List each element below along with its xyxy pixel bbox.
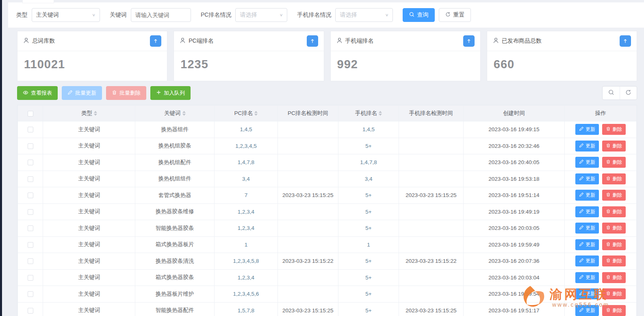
update-button[interactable]: 更新 (575, 141, 599, 152)
pc-rank-cell: 1,5,7,8 (215, 302, 278, 316)
delete-button[interactable]: 删除 (602, 305, 626, 316)
stat-card-title: 总词库数 (32, 37, 55, 45)
edit-icon (579, 159, 584, 165)
mobile-rank-cell: 1,4,5 (338, 121, 399, 138)
delete-button[interactable]: 删除 (602, 206, 626, 217)
update-button[interactable]: 更新 (575, 206, 599, 217)
update-button[interactable]: 更新 (575, 157, 599, 168)
keyword-cell: 换热器板片维护 (135, 286, 215, 303)
pc-rank-time-cell (278, 121, 338, 138)
batch-delete-button[interactable]: 批量删除 (106, 86, 146, 100)
stat-card-title: 已发布商品总数 (502, 37, 542, 45)
pc-rank-select-placeholder: 请选择 (240, 11, 257, 19)
delete-button[interactable]: 删除 (602, 223, 626, 234)
type-label: 类型 (16, 11, 28, 19)
type-cell: 主关键词 (43, 203, 135, 220)
delete-button[interactable]: 删除 (602, 272, 626, 283)
keyword-cell: 箱式换热器板片 (135, 236, 215, 253)
row-checkbox[interactable] (28, 176, 33, 182)
search-icon (409, 12, 414, 18)
row-checkbox[interactable] (28, 242, 33, 248)
delete-button[interactable]: 删除 (602, 190, 626, 201)
arrow-up-button[interactable] (307, 35, 318, 47)
table-row: 主关键词套管式换热器72023-03-23 15:15:255+2023-03-… (18, 187, 637, 204)
delete-button[interactable]: 删除 (602, 288, 626, 299)
keyword-input[interactable] (131, 8, 191, 22)
arrow-up-button[interactable] (150, 35, 161, 47)
col-keyword[interactable]: 关键词 (135, 106, 215, 121)
delete-button[interactable]: 删除 (602, 141, 626, 152)
select-all-checkbox[interactable] (28, 111, 33, 117)
stat-cards-row: 总词库数 110021 PC端排名 1235 手机端排名 992 (17, 31, 637, 81)
row-checkbox[interactable] (28, 258, 33, 264)
delete-button[interactable]: 删除 (602, 173, 626, 184)
reset-button[interactable]: 重置 (439, 8, 471, 22)
chevron-down-icon: ∨ (280, 13, 283, 17)
table-search-button[interactable] (603, 87, 620, 100)
actions-cell: 更新删除 (565, 203, 637, 220)
col-mobile-rank[interactable]: 手机排名 (338, 106, 399, 121)
update-button[interactable]: 更新 (575, 124, 599, 135)
row-checkbox[interactable] (28, 193, 33, 198)
col-type[interactable]: 类型 (43, 106, 135, 121)
table-tools (602, 86, 637, 100)
row-checkbox[interactable] (28, 275, 33, 281)
row-checkbox[interactable] (28, 127, 33, 132)
view-report-button[interactable]: 查看报表 (17, 86, 58, 100)
type-cell: 主关键词 (43, 171, 135, 187)
type-cell: 主关键词 (43, 220, 135, 237)
edit-icon (579, 143, 584, 149)
delete-button[interactable]: 删除 (602, 157, 626, 168)
col-pc-rank[interactable]: PC排名 (215, 106, 278, 121)
row-checkbox[interactable] (28, 225, 33, 231)
update-button[interactable]: 更新 (575, 255, 599, 266)
add-queue-button[interactable]: 加入队列 (150, 86, 191, 100)
keyword-cell: 换热器胶条维修 (135, 203, 215, 220)
sort-caret-icon[interactable] (254, 111, 258, 116)
trash-icon (606, 126, 611, 132)
batch-update-button[interactable]: 批量更新 (62, 86, 102, 100)
col-pc-rank-time: PC排名检测时间 (278, 106, 338, 121)
actions-cell: 更新删除 (565, 236, 637, 253)
mobile-rank-cell: 5+ (338, 220, 399, 237)
mobile-rank-time-cell: 2023-03-23 15:15:25 (399, 302, 463, 316)
row-checkbox[interactable] (28, 160, 33, 165)
stat-card-title: 手机端排名 (345, 37, 374, 45)
update-button[interactable]: 更新 (575, 288, 599, 299)
update-button[interactable]: 更新 (575, 190, 599, 201)
trash-icon (606, 159, 611, 165)
delete-button[interactable]: 删除 (602, 124, 626, 135)
row-checkbox[interactable] (28, 143, 33, 149)
table-row: 主关键词换热器胶条清洗1,2,3,4,5,82023-03-23 15:15:2… (18, 253, 637, 270)
mobile-rank-time-cell (399, 269, 463, 286)
row-checkbox[interactable] (28, 291, 33, 297)
user-icon (336, 37, 343, 45)
delete-button[interactable]: 删除 (602, 255, 626, 266)
type-select[interactable]: 主关键词 ∨ (32, 8, 100, 22)
mobile-rank-select[interactable]: 请选择 ∨ (335, 8, 393, 22)
sort-caret-icon[interactable] (94, 111, 97, 116)
sort-caret-icon[interactable] (379, 111, 382, 116)
update-button[interactable]: 更新 (575, 173, 599, 184)
arrow-up-button[interactable] (620, 35, 631, 47)
type-select-value: 主关键词 (36, 11, 59, 19)
pc-rank-time-cell: 2023-03-23 15:15:25 (278, 187, 338, 204)
pc-rank-select[interactable]: 请选择 ∨ (235, 8, 287, 22)
keyword-cell: 换热机组胶条 (135, 138, 215, 154)
search-button[interactable]: 查询 (403, 8, 435, 22)
update-button[interactable]: 更新 (575, 305, 599, 316)
pc-rank-cell: 1,4,5 (215, 121, 278, 138)
stat-card-title: PC端排名 (189, 37, 213, 45)
delete-button[interactable]: 删除 (602, 239, 626, 250)
arrow-up-button[interactable] (463, 35, 475, 47)
actions-cell: 更新删除 (565, 220, 637, 237)
update-button[interactable]: 更新 (575, 239, 599, 250)
created-time-cell: 2023-03-16 19:49:15 (463, 121, 565, 138)
row-checkbox[interactable] (28, 308, 33, 314)
edit-icon (579, 176, 584, 182)
row-checkbox[interactable] (28, 209, 33, 215)
table-refresh-button[interactable] (620, 87, 637, 100)
update-button[interactable]: 更新 (575, 223, 599, 234)
sort-caret-icon[interactable] (182, 111, 186, 116)
update-button[interactable]: 更新 (575, 272, 599, 283)
